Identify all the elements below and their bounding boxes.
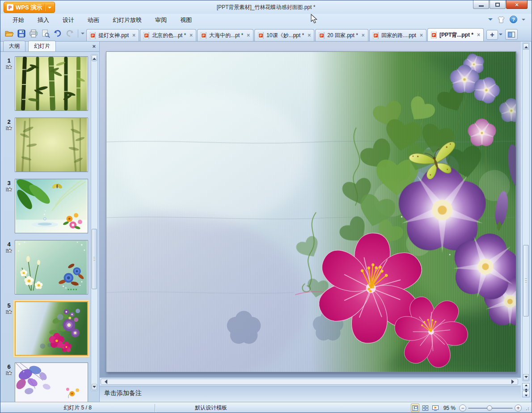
tab-outline[interactable]: 大纲 xyxy=(3,41,25,51)
restore-icon xyxy=(495,3,500,7)
slide-number: 3 xyxy=(3,180,15,186)
doc-tab-label: 10课《妙...ppt * xyxy=(266,32,304,39)
close-button[interactable]: × xyxy=(506,0,528,9)
doc-tab-label: [PPT背...ppt * xyxy=(439,31,473,39)
thumbnail-scrollbar-thumb[interactable] xyxy=(92,229,97,289)
menu-design[interactable]: 设计 xyxy=(57,14,80,26)
help-button[interactable]: ? xyxy=(510,16,517,23)
skin-shirt-icon[interactable] xyxy=(497,16,505,23)
doc-tab-5[interactable]: P 20 回家.ppt * × xyxy=(315,29,368,41)
zoom-slider[interactable] xyxy=(468,405,513,412)
slide-number: 5 xyxy=(3,302,15,309)
slideshow-button[interactable] xyxy=(431,404,440,412)
print-button[interactable] xyxy=(28,28,39,39)
svg-text:P: P xyxy=(375,34,377,38)
menu-animation[interactable]: 动画 xyxy=(82,14,105,26)
undo-button[interactable] xyxy=(52,28,63,39)
thumbnail-scrollbar[interactable] xyxy=(91,54,98,391)
slide-thumbnail-2[interactable] xyxy=(15,118,88,172)
tab-close-icon[interactable]: × xyxy=(247,33,250,38)
slide-thumb-row-3: 3 xyxy=(3,179,99,233)
window-layout-button[interactable] xyxy=(505,29,518,40)
doc-tab-label: 大海中的...pt * xyxy=(209,32,243,39)
scroll-left-arrow-icon[interactable] xyxy=(102,379,107,384)
slide-thumbnail-3[interactable] xyxy=(15,179,88,233)
zoom-in-button[interactable]: + xyxy=(515,405,522,412)
svg-text:P: P xyxy=(260,34,262,38)
slide-number: 6 xyxy=(3,363,15,370)
doc-tab-6[interactable]: P 回家的路....ppt × xyxy=(369,29,426,41)
slide-counter: 幻灯片 5 / 8 xyxy=(0,404,155,412)
scroll-up-arrow-icon[interactable] xyxy=(523,43,529,50)
menu-start[interactable]: 开始 xyxy=(7,14,30,26)
slide-thumbnail-5[interactable] xyxy=(15,301,88,356)
main-area: 大纲 幻灯片 × 1 xyxy=(0,42,532,402)
printer-icon xyxy=(29,30,38,38)
scroll-up-arrow-icon[interactable] xyxy=(92,55,97,61)
new-tab-button[interactable]: + xyxy=(486,30,498,40)
doc-tab-3[interactable]: P 大海中的...pt * × xyxy=(197,29,253,41)
slide-sorter-view-button[interactable] xyxy=(421,404,430,412)
next-slide-button[interactable] xyxy=(522,391,530,397)
svg-text:P: P xyxy=(92,34,94,38)
doc-tab-1[interactable]: P 提灯女神.ppt × xyxy=(86,29,139,41)
doc-tab-2[interactable]: P 北京的色...pt * × xyxy=(140,29,196,41)
slide-number: 4 xyxy=(3,241,15,248)
tab-close-icon[interactable]: × xyxy=(190,33,193,38)
normal-view-button[interactable] xyxy=(411,404,419,412)
scroll-right-arrow-icon[interactable] xyxy=(511,379,516,384)
menu-view[interactable]: 视图 xyxy=(174,14,198,26)
slide-thumbnail-1[interactable] xyxy=(15,56,88,111)
svg-text:P: P xyxy=(145,34,148,38)
tab-close-icon[interactable]: × xyxy=(308,33,311,38)
vertical-scrollbar-thumb[interactable] xyxy=(523,245,529,316)
menu-review[interactable]: 审阅 xyxy=(149,14,173,26)
doc-tab-4[interactable]: P 10课《妙...ppt * × xyxy=(254,29,314,41)
vertical-scrollbar[interactable] xyxy=(522,42,530,381)
panel-close-icon[interactable]: × xyxy=(92,43,96,50)
animation-star-icon xyxy=(6,64,12,70)
svg-text:P: P xyxy=(433,33,435,37)
slide-canvas[interactable] xyxy=(100,42,521,378)
resize-grip[interactable] xyxy=(524,406,529,410)
menu-insert[interactable]: 插入 xyxy=(32,14,55,26)
minimize-icon xyxy=(479,5,484,7)
minimize-button[interactable] xyxy=(473,0,489,9)
zoom-out-button[interactable]: − xyxy=(459,405,466,412)
close-icon: × xyxy=(515,1,519,8)
animation-star-icon xyxy=(6,126,12,131)
restore-button[interactable] xyxy=(490,0,506,9)
notes-pane[interactable]: 单击添加备注 xyxy=(100,386,521,402)
zoom-slider-thumb[interactable] xyxy=(487,405,492,411)
new-tab-caret-icon[interactable] xyxy=(499,34,502,37)
current-slide[interactable] xyxy=(106,51,516,372)
scroll-down-arrow-icon[interactable] xyxy=(523,374,529,380)
menu-slideshow[interactable]: 幻灯片放映 xyxy=(107,14,148,26)
toolbar-more-caret-icon[interactable] xyxy=(81,33,84,36)
open-button[interactable] xyxy=(4,28,15,39)
tab-close-icon[interactable]: × xyxy=(420,33,423,38)
tab-close-icon[interactable]: × xyxy=(362,33,365,38)
save-button[interactable] xyxy=(16,28,27,39)
ppt-file-icon: P xyxy=(373,32,379,39)
doc-tab-label: 北京的色...pt * xyxy=(152,32,186,39)
doc-tab-label: 提灯女神.ppt xyxy=(98,32,129,39)
horizontal-scrollbar[interactable] xyxy=(101,379,518,385)
slide-thumbnail-4[interactable] xyxy=(15,240,88,295)
previous-slide-button[interactable] xyxy=(522,383,530,390)
animation-star-icon xyxy=(6,371,12,376)
print-preview-button[interactable] xyxy=(40,28,51,39)
scroll-down-arrow-icon[interactable] xyxy=(92,384,97,390)
slide-thumbnail-6[interactable] xyxy=(15,362,88,402)
more-options-caret-icon[interactable] xyxy=(522,19,525,22)
tab-slides[interactable]: 幻灯片 xyxy=(28,41,56,51)
slide-thumb-row-4: 4 xyxy=(3,240,99,295)
doc-tab-active[interactable]: P [PPT背...ppt * × xyxy=(427,28,484,41)
animation-star-icon xyxy=(6,248,12,254)
collapse-ribbon-icon[interactable] xyxy=(488,18,493,23)
undo-icon xyxy=(53,30,62,38)
tab-close-icon[interactable]: × xyxy=(477,33,480,37)
redo-button[interactable] xyxy=(64,28,75,39)
tab-close-icon[interactable]: × xyxy=(132,33,135,38)
slideshow-play-icon xyxy=(432,405,439,411)
